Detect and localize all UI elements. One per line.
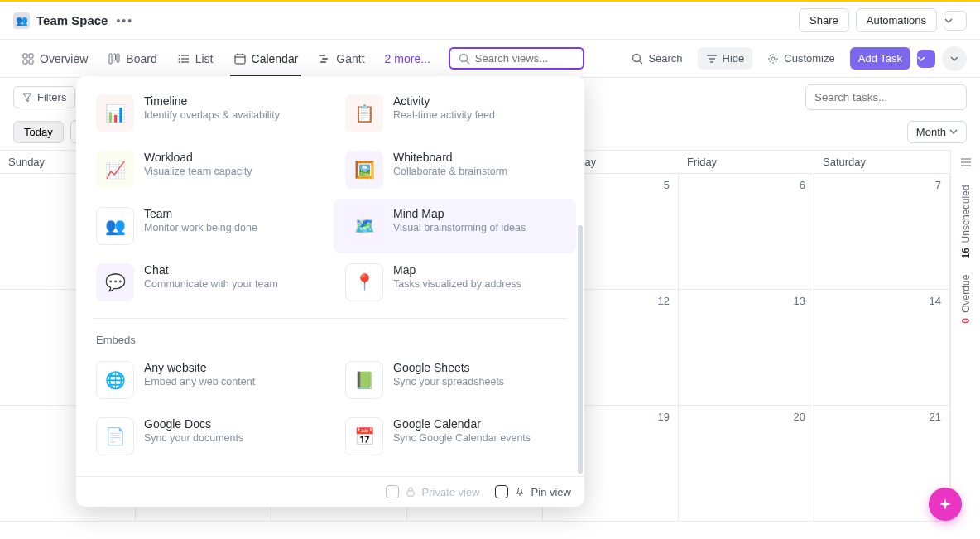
tab-list[interactable]: List — [169, 42, 222, 75]
team-icon: 👥 — [96, 207, 134, 245]
list-icon — [177, 52, 190, 65]
view-option-whiteboard[interactable]: 🖼️ WhiteboardCollaborate & brainstorm — [334, 142, 576, 197]
header: 👥 Team Space ••• Share Automations — [0, 2, 980, 40]
search-views-input-wrapper[interactable] — [449, 47, 584, 70]
unscheduled-toggle[interactable]: 16 Unscheduled — [960, 185, 972, 258]
date-cell[interactable]: 14 — [814, 290, 950, 406]
view-sub: Visualize team capacity — [144, 166, 252, 177]
more-options-button[interactable] — [942, 46, 967, 71]
automations-caret[interactable] — [944, 11, 967, 31]
gantt-icon — [318, 52, 331, 65]
today-button[interactable]: Today — [13, 121, 64, 143]
view-option-workload[interactable]: 📈 WorkloadVisualize team capacity — [84, 142, 327, 197]
scope-selector[interactable]: Month — [907, 121, 967, 143]
search-views-input[interactable] — [475, 52, 574, 65]
customize-button[interactable]: Customize — [759, 47, 843, 70]
embed-option-website[interactable]: 🌐 Any websiteEmbed any web content — [84, 353, 327, 407]
filter-icon — [22, 93, 32, 103]
ai-fab-button[interactable] — [929, 488, 962, 521]
view-title: Mind Map — [393, 207, 526, 220]
tab-board[interactable]: Board — [99, 42, 165, 75]
divider — [93, 318, 568, 319]
tab-overview[interactable]: Overview — [13, 42, 96, 75]
scope-label: Month — [916, 126, 946, 138]
svg-rect-5 — [113, 54, 116, 60]
svg-rect-19 — [320, 61, 326, 63]
view-title: Workload — [144, 151, 252, 164]
timeline-icon: 📊 — [96, 94, 134, 132]
gdocs-icon: 📄 — [96, 417, 134, 455]
side-rail: 16 Unscheduled 0 Overdue — [950, 150, 980, 522]
overview-icon — [22, 52, 35, 65]
view-title: Google Calendar — [393, 417, 531, 431]
view-title: Chat — [144, 263, 278, 277]
view-sub: Sync Google Calendar events — [393, 432, 531, 444]
view-sub: Real-time activity feed — [393, 109, 495, 121]
space-more-menu[interactable]: ••• — [116, 14, 133, 27]
date-cell[interactable]: 6 — [679, 174, 814, 290]
svg-point-10 — [178, 55, 180, 56]
search-tasks-input[interactable] — [814, 91, 958, 103]
overdue-count: 0 — [960, 318, 972, 324]
unscheduled-count: 16 — [960, 248, 972, 258]
date-num: 14 — [930, 295, 941, 307]
map-icon: 📍 — [345, 263, 383, 301]
view-sub: Visual brainstorming of ideas — [393, 222, 526, 233]
svg-point-11 — [178, 58, 180, 60]
tab-more[interactable]: 2 more... — [377, 42, 439, 75]
date-cell[interactable]: 7 — [814, 174, 950, 290]
view-title: Any website — [144, 361, 255, 374]
svg-point-27 — [771, 57, 775, 60]
embed-option-gdocs[interactable]: 📄 Google DocsSync your documents — [84, 409, 327, 464]
pin-icon — [515, 487, 525, 497]
date-cell[interactable]: 13 — [679, 290, 814, 406]
filters-button[interactable]: Filters — [13, 86, 75, 108]
tab-gantt[interactable]: Gantt — [310, 42, 372, 75]
overdue-toggle[interactable]: 0 Overdue — [960, 275, 972, 324]
view-sub: Communicate with your team — [144, 278, 278, 290]
tab-board-label: Board — [126, 52, 156, 65]
search-tasks-wrapper[interactable] — [805, 84, 967, 110]
space-title: Team Space — [36, 13, 108, 27]
view-option-team[interactable]: 👥 TeamMonitor work being done — [84, 199, 327, 253]
embed-option-gcal[interactable]: 📅 Google CalendarSync Google Calendar ev… — [334, 409, 576, 464]
tab-calendar[interactable]: Calendar — [225, 42, 307, 75]
date-cell[interactable]: 20 — [679, 406, 814, 522]
customize-label: Customize — [784, 52, 834, 65]
pin-checkbox[interactable] — [495, 485, 508, 498]
view-option-map[interactable]: 📍 MapTasks visualized by address — [334, 255, 576, 310]
pin-label: Pin view — [531, 486, 571, 498]
search-icon — [632, 53, 643, 65]
add-task-button[interactable]: Add Task — [850, 47, 910, 70]
views-tabs: Overview Board List Calendar Gantt 2 mor… — [0, 40, 980, 78]
view-option-timeline[interactable]: 📊 TimelineIdentify overlaps & availabili… — [84, 86, 327, 141]
view-title: Google Docs — [144, 417, 243, 431]
svg-line-21 — [466, 60, 469, 64]
automations-button[interactable]: Automations — [856, 8, 937, 32]
view-option-chat[interactable]: 💬 ChatCommunicate with your team — [84, 255, 327, 310]
view-sub: Monitor work being done — [144, 222, 257, 233]
side-menu-icon[interactable] — [960, 156, 972, 168]
embed-option-gsheets[interactable]: 📗 Google SheetsSync your spreadsheets — [334, 353, 576, 407]
add-task-caret[interactable] — [917, 50, 935, 68]
scrollbar-thumb[interactable] — [578, 225, 583, 474]
view-sub: Collaborate & brainstorm — [393, 166, 507, 177]
hide-label: Hide — [723, 52, 745, 65]
date-num: 13 — [794, 295, 805, 307]
search-button[interactable]: Search — [623, 47, 690, 70]
private-checkbox[interactable] — [386, 485, 399, 498]
pin-view-option[interactable]: Pin view — [495, 485, 571, 498]
svg-point-22 — [633, 54, 641, 61]
share-button[interactable]: Share — [799, 8, 849, 32]
date-num: 5 — [664, 179, 670, 191]
view-option-mindmap[interactable]: 🗺️ Mind MapVisual brainstorming of ideas — [334, 199, 576, 253]
filters-label: Filters — [37, 91, 66, 103]
view-option-activity[interactable]: 📋 ActivityReal-time activity feed — [334, 86, 576, 141]
tab-overview-label: Overview — [40, 52, 88, 65]
chat-icon: 💬 — [96, 263, 134, 301]
workload-icon: 📈 — [96, 151, 134, 189]
tab-calendar-label: Calendar — [252, 52, 299, 65]
hide-button[interactable]: Hide — [698, 47, 753, 70]
svg-rect-31 — [407, 491, 414, 496]
private-view-option[interactable]: Private view — [386, 485, 480, 498]
